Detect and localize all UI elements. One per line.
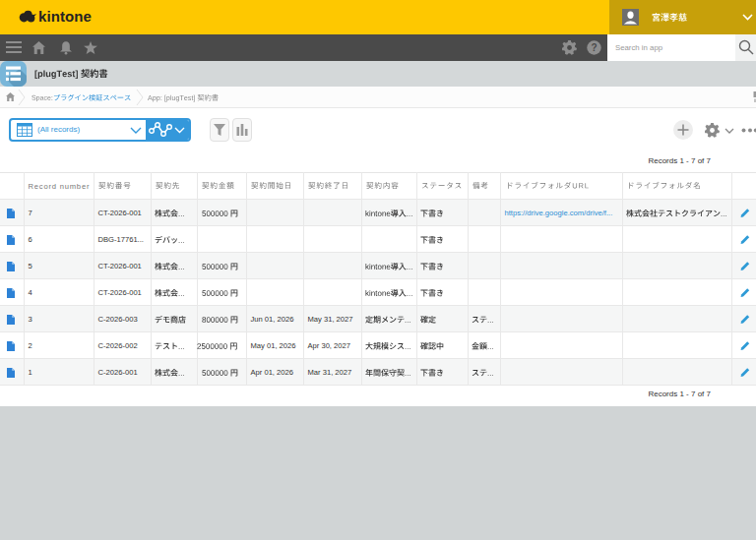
svg-text:?: ? xyxy=(591,42,597,53)
